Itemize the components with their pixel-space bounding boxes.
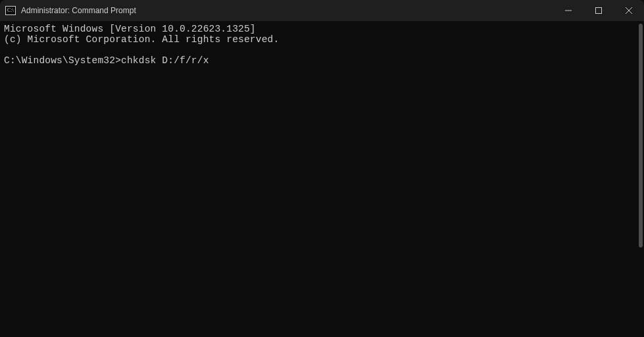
command-input[interactable]: chkdsk D:/f/r/x (121, 55, 209, 66)
titlebar[interactable]: C:\ Administrator: Command Prompt (0, 0, 644, 21)
version-line: Microsoft Windows [Version 10.0.22623.13… (4, 24, 256, 34)
terminal-area[interactable]: Microsoft Windows [Version 10.0.22623.13… (0, 21, 644, 337)
prompt-path: C:\Windows\System32> (4, 55, 121, 66)
minimize-button[interactable] (553, 0, 583, 21)
cmd-icon: C:\ (5, 5, 16, 16)
window-title: Administrator: Command Prompt (21, 6, 553, 15)
svg-text:C:\: C:\ (7, 7, 14, 13)
close-button[interactable] (614, 0, 644, 21)
maximize-button[interactable] (583, 0, 614, 21)
window-controls (553, 0, 644, 21)
copyright-line: (c) Microsoft Corporation. All rights re… (4, 34, 279, 45)
scrollbar-thumb[interactable] (639, 24, 643, 247)
svg-rect-3 (596, 8, 602, 14)
terminal-output: Microsoft Windows [Version 10.0.22623.13… (4, 24, 640, 66)
